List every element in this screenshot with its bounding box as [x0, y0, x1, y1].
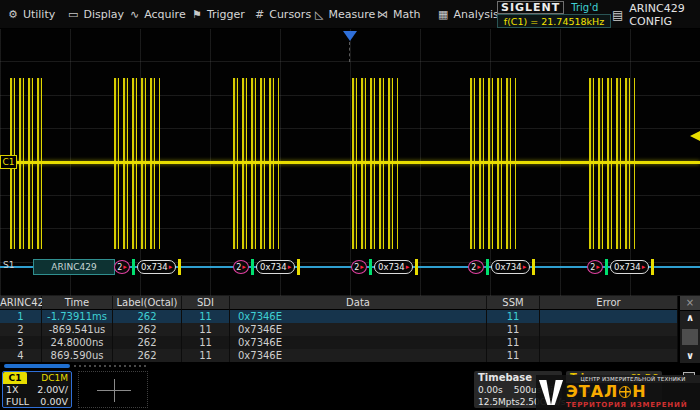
menu-label: Trigger — [207, 8, 245, 21]
brand-suffix: Н — [632, 383, 646, 401]
table-header-cell: SDI — [182, 296, 230, 310]
table-cell[interactable]: 262 — [113, 336, 182, 349]
menu-utility[interactable]: ⚙Utility — [8, 0, 55, 29]
bubble-label: 2 — [590, 263, 595, 272]
menu-label: Math — [393, 8, 421, 21]
close-icon[interactable]: × — [680, 296, 700, 310]
globe-icon — [619, 386, 631, 398]
bubble-data: 0x734 — [141, 262, 168, 272]
table-cell[interactable]: 11 — [182, 336, 230, 349]
truncated-icon: ▸ — [406, 263, 410, 271]
top-menu-bar: ⚙Utility ▭Display ∿Acquire ⚑Trigger #Cur… — [0, 0, 700, 29]
table-vertical-scrollbar[interactable]: ∧ ∨ — [680, 311, 700, 363]
table-cell[interactable]: 11 — [487, 349, 540, 362]
scroll-down-icon[interactable]: ∨ — [686, 349, 694, 363]
frame-end-bar — [532, 259, 535, 275]
add-channel-button[interactable] — [78, 371, 148, 408]
table-header-cell: Error — [540, 296, 678, 310]
brand-prefix: ЭТАЛ — [566, 383, 618, 401]
arinc429-config-button[interactable]: ▤ ARINC429 CONFIG — [612, 0, 700, 29]
status-bar: C1 DC1M 1X 2.00V/ FULL 0.00V Timebase 0.… — [0, 369, 700, 410]
menu-display[interactable]: ▭Display — [68, 0, 124, 29]
flag-icon: ⚑ — [192, 8, 202, 21]
table-cell[interactable]: 0x7346E — [230, 349, 487, 362]
bubble-label: 2 — [471, 263, 476, 272]
menu-label: Acquire — [144, 8, 185, 21]
table-header-cell: Data — [230, 296, 487, 310]
channel-coupling: DC1M — [41, 373, 68, 383]
table-cell[interactable]: 3 — [0, 336, 42, 349]
frame-start-bar — [605, 259, 608, 275]
memory-depth: 12.5Mpts — [478, 396, 520, 408]
timebase-title: Timebase — [478, 372, 532, 384]
config-label: ARINC429 CONFIG — [629, 2, 700, 28]
table-cell[interactable]: -869.541us — [42, 323, 113, 336]
table-cell[interactable]: 4 — [0, 349, 42, 362]
truncated-icon: ▸ — [523, 263, 527, 271]
channel1-tab[interactable]: C1 — [3, 372, 27, 384]
decode-frame-bubble: 2▸ 0x734▸ — [114, 259, 181, 275]
table-cell[interactable]: 11 — [487, 310, 540, 323]
decode-source-label: S1 — [3, 260, 14, 270]
trigger-level-marker[interactable] — [690, 131, 700, 141]
ruler-icon: ◺ — [315, 8, 323, 21]
bubble-label: 2 — [236, 263, 241, 272]
table-cell[interactable]: 1 — [0, 310, 42, 323]
table-header-cell: ARINC429 — [0, 296, 42, 310]
decode-table: ARINC429 Time Label(Octal) SDI Data SSM … — [0, 296, 678, 362]
frame-end-bar — [178, 259, 181, 275]
table-cell[interactable] — [540, 349, 678, 362]
menu-label: Utility — [23, 8, 55, 21]
table-cell[interactable]: 11 — [182, 323, 230, 336]
table-cell[interactable]: 11 — [487, 323, 540, 336]
bubble-data: 0x734 — [378, 262, 405, 272]
menu-acquire[interactable]: ∿Acquire — [130, 0, 186, 29]
channel1-descriptor[interactable]: C1 DC1M 1X 2.00V/ FULL 0.00V — [2, 371, 72, 408]
signal-baseline — [0, 161, 700, 164]
menu-analysis[interactable]: ▦Analysis — [438, 0, 499, 29]
trigger-position-marker[interactable] — [343, 31, 357, 41]
menu-math[interactable]: ⋈Math — [377, 0, 421, 29]
table-cell[interactable]: 869.590us — [42, 349, 113, 362]
channel-offset-marker[interactable]: C1 — [0, 155, 17, 169]
analysis-chart-icon: ▦ — [438, 8, 448, 21]
menu-trigger[interactable]: ⚑Trigger — [192, 0, 245, 29]
gear-icon: ⚙ — [8, 8, 18, 21]
table-cell[interactable]: 11 — [182, 310, 230, 323]
table-cell[interactable]: 24.8000ns — [42, 336, 113, 349]
table-cell[interactable]: 11 — [182, 349, 230, 362]
table-cell[interactable]: 262 — [113, 310, 182, 323]
decode-frame-bubble: 2▸ 0x734▸ — [468, 259, 535, 275]
table-cell[interactable] — [540, 310, 678, 323]
bubble-label: 2 — [354, 263, 359, 272]
table-header-cell: Time — [42, 296, 113, 310]
table-cell[interactable]: 0x7346E — [230, 323, 487, 336]
bandwidth-limit: FULL — [6, 396, 29, 408]
watermark-brand: ЭТАЛН — [566, 383, 700, 401]
vertical-offset: 0.00V — [40, 396, 68, 408]
table-cell[interactable]: 0x7346E — [230, 310, 487, 323]
decode-frame-bubble: 2▸ 0x734▸ — [587, 259, 654, 275]
table-cell[interactable] — [540, 323, 678, 336]
table-cell[interactable] — [540, 336, 678, 349]
table-cell[interactable]: 262 — [113, 323, 182, 336]
truncated-icon: ▸ — [642, 263, 646, 271]
decode-bus-label[interactable]: ARINC429 — [33, 259, 115, 275]
menu-measure[interactable]: ◺Measure — [315, 0, 375, 29]
scrollbar-thumb[interactable] — [682, 329, 698, 345]
table-cell[interactable]: 0x7346E — [230, 336, 487, 349]
timebase-delay: 0.00s — [478, 384, 503, 396]
table-cell[interactable]: 262 — [113, 349, 182, 362]
truncated-icon: ▸ — [169, 263, 173, 271]
table-cell[interactable]: -1.73911ms — [42, 310, 113, 323]
table-cell[interactable]: 11 — [487, 336, 540, 349]
plus-icon — [114, 379, 115, 402]
frame-end-bar — [651, 259, 654, 275]
menu-cursors[interactable]: #Cursors — [255, 0, 311, 29]
table-horizontal-scrollbar[interactable] — [4, 364, 70, 368]
table-cell[interactable]: 2 — [0, 323, 42, 336]
oscilloscope-screen: ⚙Utility ▭Display ∿Acquire ⚑Trigger #Cur… — [0, 0, 700, 410]
scroll-up-icon[interactable]: ∧ — [686, 311, 694, 325]
menu-label: Display — [83, 8, 124, 21]
truncated-icon: ▸ — [360, 263, 364, 271]
